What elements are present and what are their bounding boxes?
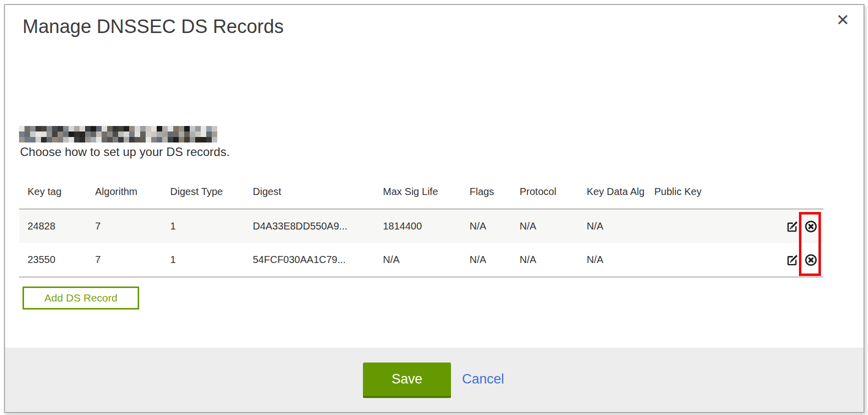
table-cell: N/A (511, 209, 578, 243)
manage-dnssec-dialog: Manage DNSSEC DS Records ✕ Choose how to… (4, 4, 864, 413)
column-header: Public Key (646, 175, 781, 209)
edit-record-button[interactable] (786, 254, 799, 266)
table-cell: 24828 (19, 209, 87, 243)
table-cell: N/A (578, 243, 646, 277)
ds-records-table: Key tagAlgorithmDigest TypeDigestMax Sig… (19, 175, 823, 278)
column-header: Digest (244, 175, 374, 209)
add-ds-record-button[interactable]: Add DS Record (23, 286, 139, 310)
table-header-row: Key tagAlgorithmDigest TypeDigestMax Sig… (19, 175, 823, 209)
column-header: Max Sig Life (374, 175, 461, 209)
instructions-text: Choose how to set up your DS records. (20, 145, 230, 159)
column-header: Key Data Alg (578, 175, 646, 209)
page-title: Manage DNSSEC DS Records (23, 16, 284, 38)
table-cell: N/A (578, 209, 646, 243)
column-header: Key tag (19, 175, 87, 209)
table-cell: N/A (374, 243, 461, 277)
table-cell: 1 (162, 243, 244, 277)
delete-icon (804, 254, 817, 266)
delete-icon (804, 220, 817, 233)
table-row: 2482871D4A33E8DD550A9...1814400N/AN/AN/A (19, 209, 823, 243)
table-cell (646, 209, 781, 243)
column-header: Protocol (511, 175, 578, 209)
column-header-actions (781, 175, 823, 209)
table-cell: 7 (87, 209, 162, 243)
cancel-link[interactable]: Cancel (462, 372, 504, 387)
close-icon: ✕ (836, 10, 849, 30)
redacted-domain-name (19, 126, 217, 142)
edit-icon (786, 220, 799, 233)
table-cell: D4A33E8DD550A9... (244, 209, 374, 243)
dialog-footer: Save Cancel (5, 348, 863, 412)
delete-record-button[interactable] (804, 220, 817, 233)
save-button[interactable]: Save (363, 362, 451, 398)
close-button[interactable]: ✕ (836, 12, 849, 28)
table-cell: 23550 (19, 243, 87, 277)
column-header: Algorithm (87, 175, 162, 209)
row-actions (781, 243, 823, 277)
column-header: Flags (461, 175, 511, 209)
table-cell: N/A (461, 243, 511, 277)
table-cell: 54FCF030AA1C79... (244, 243, 374, 277)
table-row: 235507154FCF030AA1C79...N/AN/AN/AN/A (19, 243, 823, 277)
edit-icon (786, 254, 799, 266)
table-cell: N/A (511, 243, 578, 277)
table-body: 2482871D4A33E8DD550A9...1814400N/AN/AN/A… (19, 209, 823, 277)
table-cell: 1814400 (374, 209, 461, 243)
column-header: Digest Type (162, 175, 244, 209)
table-cell: N/A (461, 209, 511, 243)
table-cell (646, 243, 781, 277)
row-actions (781, 209, 823, 243)
table-cell: 1 (162, 209, 244, 243)
delete-record-button[interactable] (804, 254, 817, 266)
table-cell: 7 (87, 243, 162, 277)
edit-record-button[interactable] (786, 220, 799, 233)
